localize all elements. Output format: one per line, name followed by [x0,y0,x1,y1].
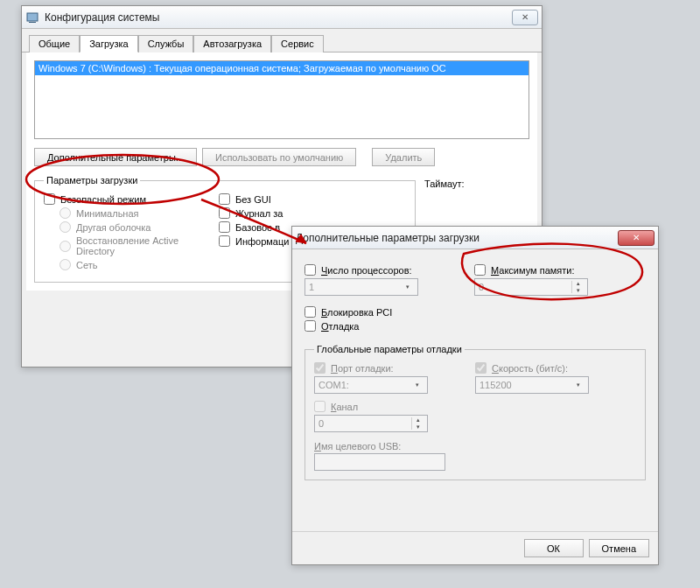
safe-mode-checkbox[interactable]: Безопасный режим [44,193,219,205]
tab-startup[interactable]: Автозагрузка [193,35,271,52]
debug-group-legend: Глобальные параметры отладки [314,344,465,354]
no-gui-checkbox[interactable]: Без GUI [219,193,306,205]
advanced-options-button[interactable]: Дополнительные параметры... [34,148,197,166]
network-radio[interactable]: Сеть [60,259,219,270]
chevron-down-icon: ▾ [402,284,414,290]
channel-checkbox[interactable]: Канал [314,401,636,412]
titlebar: Конфигурация системы ✕ [22,6,542,29]
boot-os-list[interactable]: Windows 7 (C:\Windows) : Текущая операци… [34,60,529,139]
set-default-button[interactable]: Использовать по умолчанию [202,148,356,166]
chevron-down-icon: ▾ [411,382,424,388]
minimal-radio[interactable]: Минимальная [60,207,219,219]
chevron-down-icon: ▾ [572,382,584,388]
debug-checkbox[interactable]: Отладка [304,320,646,332]
boot-log-checkbox[interactable]: Журнал за [219,207,306,219]
num-processors-combo[interactable]: 1 ▾ [304,278,418,296]
channel-spinner[interactable]: 0 ▴▾ [314,415,428,432]
dlg-close-button[interactable]: ✕ [618,230,654,246]
spinner-arrows-icon: ▴▾ [571,281,584,293]
delete-button[interactable]: Удалить [372,148,435,166]
num-processors-checkbox[interactable]: Число процессоров: [304,264,453,276]
app-icon [25,10,39,24]
max-memory-spinner[interactable]: 0 ▴▾ [474,278,588,296]
advanced-boot-dialog: Дополнительные параметры загрузки ✕ Числ… [291,226,659,565]
timeout-label: Таймаут: [424,178,529,189]
usb-target-label: Имя целевого USB: [314,441,636,452]
ad-repair-radio[interactable]: Восстановление Active Directory [60,235,219,256]
close-button[interactable]: ✕ [512,10,538,25]
dlg-titlebar: Дополнительные параметры загрузки ✕ [292,227,658,249]
debug-port-combo[interactable]: COM1: ▾ [314,376,428,394]
window-title: Конфигурация системы [45,11,510,24]
max-memory-checkbox[interactable]: Максимум памяти: [474,264,623,276]
tab-boot[interactable]: Загрузка [80,35,137,52]
dlg-ok-button[interactable]: ОК [524,539,584,557]
dlg-cancel-button[interactable]: Отмена [589,539,649,557]
alt-shell-radio[interactable]: Другая оболочка [60,221,219,233]
os-entry[interactable]: Windows 7 (C:\Windows) : Текущая операци… [35,61,528,75]
usb-target-input[interactable] [314,453,445,471]
boot-options-legend: Параметры загрузки [44,175,140,186]
baud-rate-combo[interactable]: 115200 ▾ [475,376,589,394]
pci-lock-checkbox[interactable]: Блокировка PCI [304,306,646,318]
svg-rect-0 [27,13,38,21]
tab-general[interactable]: Общие [29,35,80,52]
svg-rect-1 [29,22,36,23]
spinner-arrows-icon: ▴▾ [411,417,424,430]
tab-strip: Общие Загрузка Службы Автозагрузка Серви… [22,29,542,52]
dlg-title: Дополнительные параметры загрузки [296,232,616,244]
debug-port-checkbox[interactable]: Порт отладки: [314,362,454,374]
baud-rate-checkbox[interactable]: Скорость (бит/с): [475,362,615,374]
tab-tools[interactable]: Сервис [271,35,324,52]
tab-services[interactable]: Службы [138,35,194,52]
